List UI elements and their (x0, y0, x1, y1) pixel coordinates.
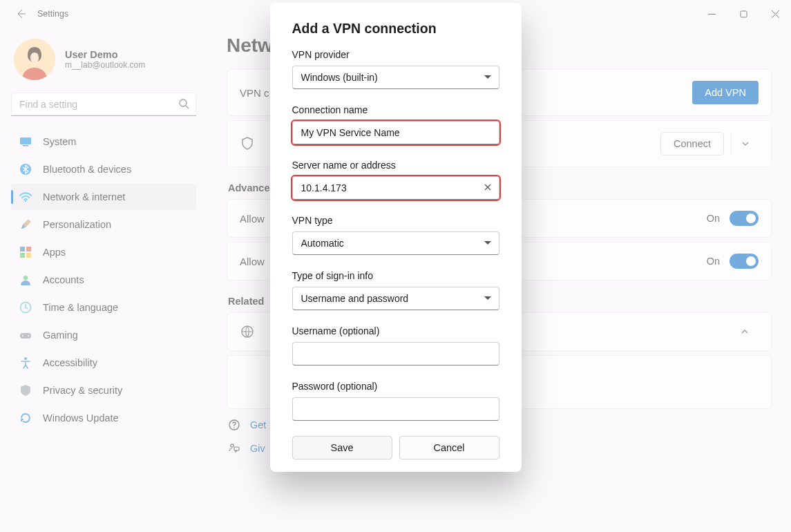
allow-roaming-toggle[interactable] (730, 254, 759, 269)
shield-outline-icon (240, 136, 255, 151)
svg-point-20 (231, 444, 234, 447)
search-input[interactable] (11, 93, 196, 116)
sidebar-item-label: Windows Update (43, 412, 119, 424)
get-help-label: Get (250, 419, 266, 430)
add-vpn-dialog: Add a VPN connection VPN provider Window… (270, 3, 522, 472)
paintbrush-icon (19, 218, 32, 231)
display-icon (19, 135, 32, 148)
svg-rect-9 (20, 253, 25, 258)
sidebar-item-label: Accessibility (43, 357, 97, 368)
back-button[interactable] (14, 7, 28, 21)
minimize-button[interactable] (696, 3, 727, 24)
vpn-type-select[interactable]: Automatic (292, 231, 499, 255)
shield-icon (19, 384, 32, 397)
vpn-provider-label: VPN provider (292, 49, 499, 60)
cancel-button[interactable]: Cancel (399, 436, 499, 459)
sidebar-item-label: System (43, 136, 76, 147)
sidebar-item-personalization[interactable]: Personalization (11, 211, 196, 238)
help-icon (228, 419, 240, 431)
svg-rect-3 (20, 137, 31, 144)
signin-type-label: Type of sign-in info (292, 270, 499, 281)
connection-name-input[interactable] (292, 121, 499, 144)
sidebar-item-label: Bluetooth & devices (43, 164, 131, 175)
allow-metered-label: Allow (240, 213, 265, 225)
wifi-icon (19, 191, 32, 203)
svg-point-2 (180, 99, 187, 106)
sidebar-item-network[interactable]: Network & internet (11, 184, 196, 210)
vpn-provider-select[interactable]: Windows (built-in) (292, 66, 499, 89)
svg-rect-8 (26, 247, 31, 251)
sidebar-item-system[interactable]: System (11, 129, 196, 155)
svg-rect-0 (741, 11, 747, 17)
apps-icon (19, 246, 32, 258)
clear-input-icon[interactable] (483, 182, 493, 195)
give-feedback-label: Giv (250, 443, 265, 454)
sidebar-item-privacy[interactable]: Privacy & security (11, 377, 196, 403)
allow-roaming-label: Allow (240, 256, 265, 267)
server-address-input[interactable] (292, 176, 499, 200)
server-address-label: Server name or address (292, 160, 499, 171)
sidebar-item-time[interactable]: Time & language (11, 294, 196, 321)
toggle-on-label: On (707, 256, 720, 267)
svg-point-15 (28, 335, 29, 336)
gamepad-icon (19, 329, 32, 341)
sidebar-item-update[interactable]: Windows Update (11, 405, 196, 431)
user-email: m__lab@outlook.com (65, 60, 145, 70)
connect-button[interactable]: Connect (660, 132, 724, 155)
toggle-on-label: On (707, 213, 720, 224)
sidebar-item-gaming[interactable]: Gaming (11, 322, 196, 348)
save-button[interactable]: Save (292, 436, 392, 459)
search-icon (178, 98, 189, 112)
globe-icon (240, 324, 255, 339)
collapse-button[interactable] (731, 327, 759, 336)
sidebar-item-label: Gaming (43, 330, 78, 341)
vpn-type-label: VPN type (292, 215, 499, 226)
svg-rect-21 (234, 447, 239, 450)
svg-rect-13 (20, 333, 31, 339)
allow-metered-toggle[interactable] (730, 211, 759, 226)
expand-button[interactable] (731, 132, 759, 155)
sidebar-item-accounts[interactable]: Accounts (11, 267, 196, 293)
sidebar-item-apps[interactable]: Apps (11, 239, 196, 265)
svg-rect-7 (20, 247, 25, 251)
bluetooth-icon (19, 163, 32, 175)
password-input[interactable] (292, 397, 499, 421)
svg-point-6 (25, 200, 26, 202)
sidebar-item-label: Personalization (43, 219, 111, 230)
sidebar-item-bluetooth[interactable]: Bluetooth & devices (11, 156, 196, 182)
update-icon (19, 412, 32, 424)
sidebar-item-label: Network & internet (43, 191, 125, 202)
svg-point-16 (24, 357, 27, 360)
clock-globe-icon (19, 301, 32, 314)
password-label: Password (optional) (292, 381, 499, 392)
person-icon (19, 274, 32, 286)
username-label: Username (optional) (292, 325, 499, 336)
avatar[interactable] (14, 39, 55, 80)
connection-name-label: Connection name (292, 104, 499, 115)
accessibility-icon (19, 357, 32, 369)
sidebar-item-label: Time & language (43, 302, 118, 313)
username-input[interactable] (292, 342, 499, 365)
add-vpn-button[interactable]: Add VPN (692, 81, 759, 104)
sidebar-item-accessibility[interactable]: Accessibility (11, 350, 196, 376)
svg-point-14 (22, 335, 23, 336)
user-name: User Demo (65, 49, 145, 60)
svg-point-11 (23, 276, 28, 280)
sidebar-item-label: Apps (43, 247, 66, 258)
dialog-title: Add a VPN connection (292, 21, 499, 37)
svg-rect-10 (26, 253, 31, 258)
window-title: Settings (37, 9, 68, 19)
svg-point-19 (234, 427, 235, 428)
maximize-button[interactable] (727, 3, 759, 24)
signin-type-select[interactable]: Username and password (292, 287, 499, 310)
feedback-icon (228, 442, 240, 455)
close-button[interactable] (759, 3, 791, 24)
svg-rect-4 (23, 145, 28, 146)
sidebar-item-label: Accounts (43, 274, 84, 285)
sidebar-item-label: Privacy & security (43, 385, 122, 396)
vpn-connections-label: VPN c (240, 87, 269, 99)
